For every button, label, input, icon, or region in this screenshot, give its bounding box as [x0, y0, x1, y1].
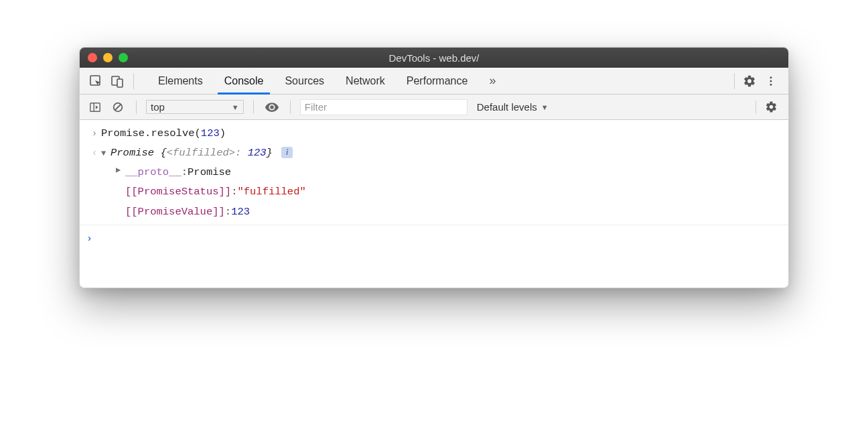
subtoolbar-divider-2 — [253, 101, 254, 114]
main-toolbar: Elements Console Sources Network Perform… — [80, 68, 788, 95]
sidebar-toggle-icon[interactable] — [86, 99, 104, 116]
internal-key: [[PromiseValue]] — [125, 203, 225, 221]
filter-input[interactable] — [300, 99, 467, 115]
expand-triangle-icon[interactable]: ▶ — [116, 164, 125, 178]
expand-triangle-icon[interactable]: ▼ — [101, 147, 111, 161]
panel-tabs: Elements Console Sources Network Perform… — [147, 68, 506, 94]
window-title: DevTools - web.dev/ — [80, 52, 788, 64]
internal-key: [[PromiseStatus]] — [125, 183, 231, 201]
execution-context-select[interactable]: top ▼ — [146, 100, 244, 114]
context-label: top — [151, 101, 165, 113]
toolbar-right — [730, 70, 782, 92]
chevron-down-icon: ▼ — [232, 103, 239, 111]
inspect-icon[interactable] — [86, 72, 105, 90]
expr-arg: 123 — [201, 127, 220, 139]
devtools-window: DevTools - web.dev/ Elements Console Sou… — [79, 47, 789, 288]
output-marker-icon: ‹ — [88, 144, 101, 161]
console-prompt[interactable]: › — [80, 225, 788, 253]
log-levels-select[interactable]: Default levels ▼ — [473, 100, 553, 114]
maximize-button[interactable] — [119, 53, 128, 62]
object-state: <fulfilled> — [167, 147, 235, 159]
svg-rect-2 — [117, 79, 123, 87]
minimize-button[interactable] — [103, 53, 113, 62]
expr-prefix: Promise.resolve( — [101, 127, 201, 139]
settings-icon[interactable] — [739, 70, 760, 92]
toolbar-divider-right — [734, 73, 735, 89]
subtoolbar-divider — [136, 101, 137, 114]
internal-value: "fulfilled" — [237, 183, 305, 201]
svg-point-3 — [770, 76, 772, 78]
tab-sources[interactable]: Sources — [274, 68, 335, 94]
output-object[interactable]: ▼Promise {<fulfilled>: 123} i — [101, 144, 780, 162]
traffic-lights — [88, 53, 128, 62]
tab-performance[interactable]: Performance — [396, 68, 479, 94]
subtoolbar-divider-4 — [755, 101, 756, 114]
expr-suffix: ) — [220, 127, 226, 139]
more-menu-icon[interactable] — [760, 70, 782, 92]
proto-key: __proto__ — [125, 164, 182, 182]
object-class: Promise — [111, 147, 154, 159]
tab-elements[interactable]: Elements — [147, 68, 214, 94]
svg-point-5 — [770, 83, 772, 85]
device-toggle-icon[interactable] — [108, 72, 127, 90]
toolbar-divider — [133, 73, 134, 89]
console-toolbar: top ▼ Default levels ▼ — [80, 95, 788, 120]
live-expression-icon[interactable] — [263, 99, 281, 116]
chevron-down-icon: ▼ — [541, 103, 549, 111]
console-settings-icon[interactable] — [760, 97, 782, 118]
proto-value: Promise — [188, 164, 231, 182]
prompt-caret-icon: › — [88, 229, 101, 247]
console-output-line: ‹ ▼Promise {<fulfilled>: 123} i — [80, 143, 788, 163]
object-value: 123 — [248, 147, 267, 159]
console-body: › Promise.resolve(123) ‹ ▼Promise {<fulf… — [80, 120, 788, 288]
tabs-overflow[interactable]: » — [478, 68, 506, 94]
console-input-line: › Promise.resolve(123) — [80, 124, 788, 143]
close-button[interactable] — [88, 53, 97, 62]
clear-console-icon[interactable] — [109, 99, 127, 116]
input-marker-icon: › — [88, 125, 101, 141]
svg-line-9 — [115, 104, 121, 110]
levels-label: Default levels — [477, 101, 537, 113]
subtoolbar-divider-3 — [290, 101, 291, 114]
input-expression: Promise.resolve(123) — [101, 125, 780, 143]
tab-network[interactable]: Network — [335, 68, 396, 94]
tab-console[interactable]: Console — [214, 68, 275, 94]
property-line-status[interactable]: [[PromiseStatus]]: "fulfilled" — [80, 182, 788, 202]
info-icon[interactable]: i — [281, 147, 293, 158]
property-line-proto[interactable]: ▶ __proto__: Promise — [80, 163, 788, 182]
property-line-value[interactable]: [[PromiseValue]]: 123 — [80, 202, 788, 222]
svg-rect-6 — [90, 103, 100, 111]
internal-value: 123 — [231, 203, 250, 221]
titlebar: DevTools - web.dev/ — [80, 48, 788, 68]
svg-point-4 — [770, 80, 772, 82]
